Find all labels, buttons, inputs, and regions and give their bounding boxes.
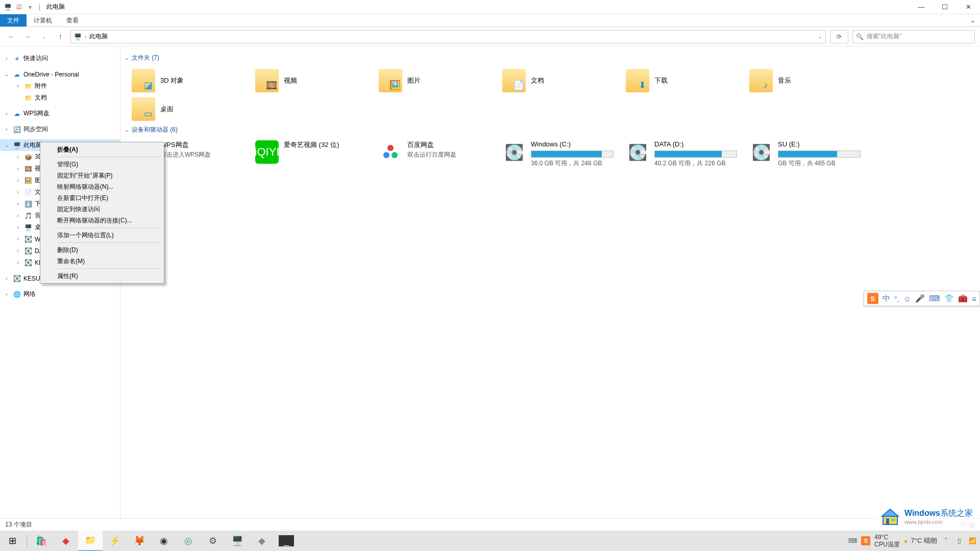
cm-pin-quick[interactable]: 固定到快速访问: [42, 204, 162, 215]
folder-3d[interactable]: ◪3D 对象: [129, 66, 252, 95]
tb-firefox-icon[interactable]: 🦊: [127, 531, 152, 551]
chevron-icon[interactable]: [14, 178, 21, 183]
back-button[interactable]: ←: [5, 31, 17, 43]
tab-view[interactable]: 查看: [59, 14, 86, 27]
breadcrumb-location[interactable]: 此电脑: [89, 32, 108, 41]
tree-sync[interactable]: 🔄同步空间: [0, 123, 120, 135]
tree-wps[interactable]: ☁WPS网盘: [0, 108, 120, 119]
chevron-icon[interactable]: [14, 224, 21, 230]
chevron-icon[interactable]: [3, 276, 10, 281]
cm-add-location[interactable]: 添加一个网络位置(L): [42, 230, 162, 241]
chevron-icon[interactable]: [14, 248, 21, 254]
tray-battery-icon[interactable]: ▯: [954, 536, 964, 545]
chevron-icon[interactable]: [14, 236, 21, 242]
drive-iqiyi[interactable]: iQIYI 爱奇艺视频 (32 位): [252, 138, 376, 170]
chevron-icon[interactable]: [3, 111, 10, 116]
cm-properties[interactable]: 属性(R): [42, 270, 162, 282]
chevron-icon[interactable]: [14, 166, 21, 171]
tb-app-gray-icon[interactable]: ◆: [250, 531, 274, 551]
chevron-icon[interactable]: [3, 142, 10, 148]
forward-button[interactable]: →: [21, 31, 34, 43]
chevron-down-icon[interactable]: ⌄: [125, 127, 129, 133]
start-button[interactable]: ⊞: [0, 531, 24, 551]
refresh-button[interactable]: ⟳: [830, 30, 848, 43]
tb-app-red-icon[interactable]: ◆: [54, 531, 78, 551]
cm-pin-start[interactable]: 固定到"开始"屏幕(P): [42, 170, 162, 181]
tree-onedrive[interactable]: ☁OneDrive - Personal: [0, 68, 120, 80]
maximize-button[interactable]: ☐: [933, 0, 957, 14]
tray-up-icon[interactable]: ˄: [941, 536, 950, 545]
ime-emoji-icon[interactable]: ☺: [903, 294, 911, 303]
chevron-icon[interactable]: [3, 56, 10, 61]
drive-e[interactable]: 💽 SU (E:)GB 可用，共 465 GB: [746, 138, 870, 170]
chevron-icon[interactable]: [14, 189, 21, 195]
cm-delete[interactable]: 删除(D): [42, 244, 162, 256]
tab-file[interactable]: 文件: [0, 14, 27, 27]
ime-mic-icon[interactable]: 🎤: [915, 294, 925, 303]
chevron-icon[interactable]: [14, 213, 21, 218]
breadcrumb[interactable]: 🖥️ › 此电脑 ⌄: [70, 30, 826, 43]
chevron-icon[interactable]: [14, 154, 21, 160]
drive-c[interactable]: 💽 Windows (C:)36.0 GB 可用，共 248 GB: [499, 138, 623, 170]
folder-desktop[interactable]: ▭桌面: [129, 95, 252, 123]
tb-monitor-icon[interactable]: 🖥️: [225, 531, 250, 551]
ime-lang[interactable]: 中: [883, 294, 890, 304]
chevron-icon[interactable]: [3, 71, 10, 77]
chevron-icon[interactable]: [14, 83, 21, 89]
tab-computer[interactable]: 计算机: [27, 14, 59, 27]
drive-baidu[interactable]: 百度网盘双击运行百度网盘: [376, 138, 499, 170]
ribbon-expand-icon[interactable]: ⌄: [970, 16, 976, 24]
breadcrumb-dropdown-icon[interactable]: ⌄: [818, 34, 822, 39]
group-drives[interactable]: ⌄ 设备和驱动器 (6): [124, 123, 980, 138]
tray-weather[interactable]: ● 7°C 晴朗: [904, 536, 937, 545]
cm-rename[interactable]: 重命名(M): [42, 256, 162, 267]
cm-map-network[interactable]: 映射网络驱动器(N)...: [42, 181, 162, 192]
tb-terminal-icon[interactable]: _: [279, 535, 294, 546]
tray-sogou-icon[interactable]: S: [861, 536, 870, 545]
chevron-down-icon[interactable]: ⌄: [125, 55, 129, 61]
tb-settings-icon[interactable]: ⚙: [201, 531, 225, 551]
chevron-right-icon[interactable]: ›: [85, 34, 86, 39]
cm-open-new-window[interactable]: 在新窗口中打开(E): [42, 192, 162, 204]
tree-onedrive-docs[interactable]: 📁文档: [0, 92, 120, 104]
folder-music[interactable]: ♪音乐: [746, 66, 870, 95]
tray-wifi-icon[interactable]: 📶: [968, 536, 977, 545]
folder-documents[interactable]: 📄文档: [499, 66, 623, 95]
folder-video[interactable]: 🎞️视频: [252, 66, 376, 95]
sogou-icon[interactable]: S: [867, 293, 878, 304]
tray-keyboard-icon[interactable]: ⌨: [848, 536, 857, 545]
ime-punct-icon[interactable]: °,: [894, 294, 899, 303]
tree-quick-access[interactable]: ★快速访问: [0, 53, 120, 64]
tree-onedrive-attach[interactable]: 📁附件: [0, 80, 120, 92]
cm-collapse[interactable]: 折叠(A): [42, 144, 162, 155]
ime-keyboard-icon[interactable]: ⌨: [929, 294, 940, 303]
folder-pictures[interactable]: 🖼️图片: [376, 66, 499, 95]
ime-skin-icon[interactable]: 👕: [944, 294, 954, 303]
search-input[interactable]: 🔍 搜索"此电脑": [852, 30, 975, 43]
qat-dropdown-icon[interactable]: ▾: [26, 3, 35, 12]
tb-explorer-icon[interactable]: 📁: [78, 531, 103, 551]
tb-app-blue-icon[interactable]: ⚡: [103, 531, 127, 551]
ime-toolbox-icon[interactable]: 🧰: [958, 294, 968, 303]
tb-store-icon[interactable]: 🛍️: [29, 531, 54, 551]
drive-d[interactable]: 💽 DATA (D:)40.2 GB 可用，共 226 GB: [623, 138, 746, 170]
tb-steam-icon[interactable]: ◉: [152, 531, 176, 551]
chevron-icon[interactable]: [14, 201, 21, 207]
cm-manage[interactable]: 管理(G): [42, 159, 162, 170]
folder-downloads[interactable]: ⬇下载: [623, 66, 746, 95]
qat-checkbox-icon[interactable]: ☑: [14, 3, 23, 12]
up-button[interactable]: ↑: [54, 31, 66, 43]
tree-network[interactable]: 🌐网络: [0, 288, 120, 300]
close-button[interactable]: ✕: [957, 0, 980, 14]
chevron-icon[interactable]: [14, 260, 21, 265]
chevron-icon[interactable]: [3, 127, 10, 132]
cm-disconnect[interactable]: 断开网络驱动器的连接(C)...: [42, 215, 162, 226]
tb-app-circle-icon[interactable]: ◎: [176, 531, 201, 551]
ime-toolbar[interactable]: S 中 °, ☺ 🎤 ⌨ 👕 🧰 ≡: [864, 291, 980, 306]
group-folders[interactable]: ⌄ 文件夹 (7): [124, 52, 980, 66]
ime-menu-icon[interactable]: ≡: [972, 294, 976, 303]
chevron-icon[interactable]: [3, 291, 10, 297]
minimize-button[interactable]: ―: [910, 0, 933, 14]
tray-cpu-temp[interactable]: 49°C CPU温度: [874, 534, 899, 548]
recent-dropdown-icon[interactable]: ⌄: [38, 31, 50, 43]
